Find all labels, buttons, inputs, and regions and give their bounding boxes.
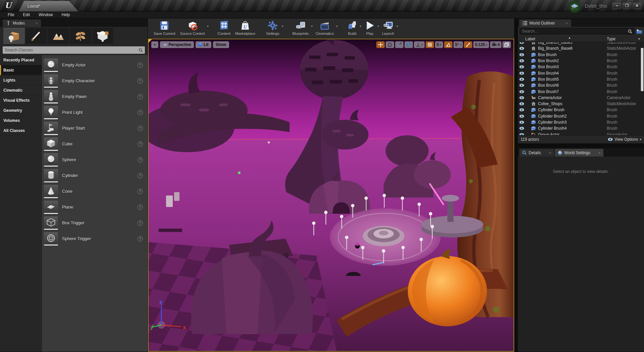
show-menu-button[interactable]: Show (213, 41, 229, 48)
save-current-button[interactable]: Save Current (151, 18, 178, 38)
visibility-eye-icon[interactable] (518, 96, 525, 99)
modes-tab-close-icon[interactable]: × (36, 21, 38, 25)
visibility-eye-icon[interactable] (518, 84, 525, 87)
outliner-row[interactable]: Group Actor GroupActor (518, 131, 644, 135)
help-icon[interactable]: ? (138, 62, 143, 68)
world-settings-tab[interactable]: World Settings × (555, 149, 603, 157)
category-geometry[interactable]: Geometry (0, 105, 42, 116)
viewport[interactable]: Z X ▾ Perspective (148, 39, 514, 352)
placeable-cylinder[interactable]: Cylinder ? (42, 168, 148, 183)
visibility-eye-icon[interactable] (518, 78, 525, 81)
foliage-mode-icon[interactable] (70, 28, 91, 44)
outliner-row[interactable]: + Box Brush6 Brush (518, 82, 644, 88)
snap-value-button[interactable]: 5°▾ (453, 41, 463, 48)
place-mode-icon[interactable] (3, 28, 25, 44)
dropdown-arrow-icon[interactable]: ▾ (207, 25, 209, 28)
placeable-player-start[interactable]: Player Start ? (42, 120, 148, 136)
category-recently-placed[interactable]: Recently Placed (0, 55, 42, 65)
placeable-cube[interactable]: Cube ? (42, 136, 148, 152)
placeable-sphere[interactable]: Sphere ? (42, 152, 148, 168)
rotate-control[interactable] (386, 41, 394, 48)
dropdown-arrow-icon[interactable]: ▾ (311, 25, 313, 28)
help-icon[interactable]: ? (138, 220, 143, 226)
outliner-row[interactable]: + Box Brush7 Brush (518, 88, 644, 94)
camera-control[interactable]: 4 (490, 41, 501, 48)
menu-item-help[interactable]: Help (57, 11, 74, 18)
level-tab[interactable]: Lovrat* (19, 1, 78, 11)
placeable-plane[interactable]: Plane ? (42, 199, 148, 215)
placeable-box-trigger[interactable]: Box Trigger ? (42, 215, 148, 231)
visibility-eye-icon[interactable] (518, 72, 525, 75)
dropdown-arrow-icon[interactable]: ▾ (336, 25, 338, 28)
placeable-point-light[interactable]: Point Light ? (42, 104, 148, 120)
visibility-eye-icon[interactable] (518, 59, 525, 62)
close-button[interactable]: × (633, 3, 641, 9)
paint-mode-icon[interactable] (25, 28, 47, 44)
category-cinematic[interactable]: Cinematic (0, 85, 42, 95)
outliner-row[interactable]: + Cylinder Brush4 Brush (518, 125, 644, 131)
category-visual-effects[interactable]: Visual Effects (0, 95, 42, 105)
outliner-row[interactable]: + Box Brush5 Brush (518, 76, 644, 82)
outliner-row[interactable]: Cofee_Shops StaticMeshActor (518, 101, 644, 107)
visibility-eye-icon[interactable] (518, 47, 525, 50)
help-icon[interactable]: ? (138, 110, 143, 115)
visibility-eye-icon[interactable] (518, 53, 525, 56)
maximize-control[interactable] (502, 41, 511, 48)
category-lights[interactable]: Lights (0, 75, 42, 85)
move-control[interactable] (376, 41, 385, 48)
perspective-button[interactable]: Perspective (160, 41, 194, 48)
outliner-row[interactable]: + Box Brush3 Brush (518, 64, 644, 70)
menu-item-file[interactable]: File (3, 11, 18, 18)
angle-control[interactable] (444, 41, 452, 48)
outliner-row[interactable]: − Cylinder Brush2 Brush (518, 113, 644, 119)
launch-button[interactable]: Launch (380, 18, 396, 38)
dropdown-arrow-icon[interactable]: ▾ (396, 25, 398, 28)
build-button[interactable]: Build (344, 18, 360, 38)
visibility-eye-icon[interactable] (518, 133, 525, 135)
placeable-empty-actor[interactable]: Empty Actor ? (42, 57, 148, 73)
play-button[interactable]: Play (362, 18, 377, 38)
help-icon[interactable]: ? (138, 94, 143, 99)
help-icon[interactable]: ? (138, 205, 143, 210)
menu-item-window[interactable]: Window (34, 11, 57, 18)
help-icon[interactable]: ? (138, 126, 143, 131)
landscape-mode-icon[interactable] (48, 28, 69, 44)
placeable-cone[interactable]: Cone ? (42, 183, 148, 199)
category-basic[interactable]: Basic (0, 65, 42, 75)
help-icon[interactable]: ? (138, 141, 143, 147)
outliner-row[interactable]: CameraActor CameraActor (518, 95, 644, 101)
category-volumes[interactable]: Volumes (0, 116, 42, 126)
details-tab-close-icon[interactable]: × (549, 151, 551, 155)
scale-control[interactable] (395, 41, 404, 48)
outliner-row[interactable]: + Box Brush4 Brush (518, 70, 644, 76)
axes-control[interactable]: ▾ (414, 41, 425, 48)
world-outliner-tab[interactable]: World Outliner × (519, 19, 571, 27)
lit-mode-button[interactable]: Lit (196, 41, 211, 48)
outliner-header-row[interactable]: Label ▲ Type ▼ (518, 36, 644, 42)
outliner-tab-close-icon[interactable]: × (566, 21, 568, 25)
world-control[interactable] (405, 41, 413, 48)
outliner-row[interactable]: + Box Brush2 Brush (518, 58, 644, 64)
search-classes-input[interactable]: Search Classes (3, 46, 145, 54)
visibility-eye-icon[interactable] (518, 121, 525, 124)
outliner-row[interactable]: + Box Brush Brush (518, 52, 644, 58)
viewport-scene[interactable]: Z X (149, 39, 514, 351)
help-icon[interactable]: ? (138, 173, 143, 178)
visibility-eye-icon[interactable] (518, 115, 525, 118)
help-icon[interactable]: ? (138, 189, 143, 194)
blueprints-button[interactable]: Blueprints (290, 18, 311, 38)
placeable-empty-pawn[interactable]: Empty Pawn ? (42, 89, 148, 104)
outliner-row[interactable]: Big_Branch_Base5 StaticMeshActor (518, 42, 644, 45)
visibility-eye-icon[interactable] (518, 65, 525, 69)
view-options-button[interactable]: View Options ▾ (608, 137, 641, 142)
outliner-row[interactable]: Big_Branch_Base6 StaticMeshActor (518, 45, 644, 51)
minimize-button[interactable]: − (612, 3, 621, 9)
help-icon[interactable]: ? (138, 157, 143, 163)
snap-value-button[interactable]: 5▾ (435, 41, 443, 48)
visibility-eye-icon[interactable] (518, 102, 525, 105)
type-column-header[interactable]: Type (607, 37, 615, 41)
visibility-eye-icon[interactable] (518, 90, 525, 93)
cinematics-button[interactable]: Cinematics (313, 18, 336, 38)
outliner-row[interactable]: + Cylinder Brush Brush (518, 107, 644, 113)
outliner-row[interactable]: − Cylinder Brush3 Brush (518, 119, 644, 125)
